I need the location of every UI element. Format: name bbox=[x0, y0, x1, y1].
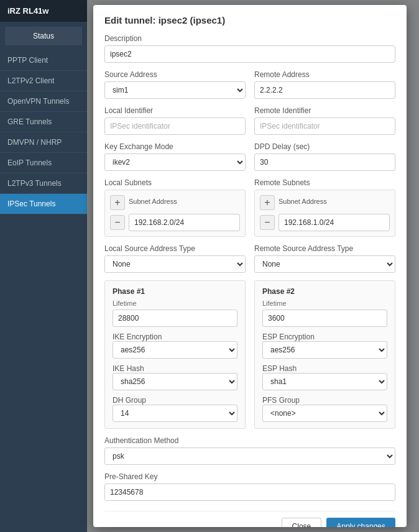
description-input[interactable] bbox=[104, 45, 395, 63]
pfs-group-label: PFS Group bbox=[262, 396, 300, 405]
sidebar-item-ipsec-tunnels[interactable]: IPSec Tunnels bbox=[0, 194, 87, 214]
local-identifier-label: Local Identifier bbox=[104, 106, 246, 115]
sidebar-item-l2tpv2-client[interactable]: L2TPv2 Client bbox=[0, 71, 87, 91]
key-exchange-group: Key Exchange Mode ikev1 ikev2 bbox=[104, 142, 246, 171]
remote-identifier-input[interactable] bbox=[254, 117, 395, 135]
ike-encryption-select[interactable]: aes128 aes256 3des bbox=[113, 341, 237, 359]
sidebar-item-pptp-client[interactable]: PPTP Client bbox=[0, 50, 87, 71]
pfs-group-select[interactable]: <none> 1 2 5 14 bbox=[262, 405, 387, 422]
dpd-delay-input[interactable] bbox=[254, 154, 395, 171]
plus-icon: + bbox=[114, 198, 120, 208]
description-row: Description bbox=[104, 34, 395, 63]
close-button[interactable]: Close bbox=[282, 518, 322, 527]
remote-subnets-label: Remote Subnets bbox=[254, 178, 395, 187]
phase2-group: Phase #2 Lifetime ESP Encryption aes128 … bbox=[254, 280, 395, 429]
minus-icon: − bbox=[264, 218, 270, 227]
remote-address-label: Remote Address bbox=[254, 70, 395, 79]
status-button[interactable]: Status bbox=[5, 27, 82, 45]
sidebar: iRZ RL41w Status PPTP Client L2TPv2 Clie… bbox=[0, 0, 87, 532]
local-subnet-controls: + Subnet Address bbox=[110, 195, 240, 210]
sidebar-item-openvpn-tunnels[interactable]: OpenVPN Tunnels bbox=[0, 91, 87, 112]
plus-icon: + bbox=[264, 198, 270, 208]
auth-method-select[interactable]: psk certificate bbox=[104, 447, 395, 465]
psk-row: Pre-Shared Key bbox=[104, 472, 395, 501]
modal-title: Edit tunnel: ipsec2 (ipsec1) bbox=[104, 15, 395, 25]
address-row: Source Address sim1 sim2 eth0 Remote Add… bbox=[104, 70, 395, 99]
sidebar-item-eoip-tunnels[interactable]: EoIP Tunnels bbox=[0, 153, 87, 173]
remote-source-type-select[interactable]: None Manual Automatic bbox=[254, 255, 395, 273]
phases-row: Phase #1 Lifetime IKE Encryption aes128 … bbox=[104, 280, 395, 429]
local-subnet-add-button[interactable]: + bbox=[110, 195, 125, 210]
esp-encryption-label: ESP Encryption bbox=[262, 332, 315, 341]
remote-subnet-add-button[interactable]: + bbox=[260, 195, 275, 210]
remote-subnet-address-label: Subnet Address bbox=[279, 198, 327, 205]
minus-icon: − bbox=[114, 218, 120, 227]
psk-input[interactable] bbox=[104, 484, 395, 501]
phase2-title: Phase #2 bbox=[262, 287, 387, 296]
identifier-row: Local Identifier Remote Identifier bbox=[104, 106, 395, 135]
main-area: Edit tunnel: ipsec2 (ipsec1) Description… bbox=[87, 0, 419, 532]
remote-subnet-input[interactable] bbox=[279, 214, 390, 231]
esp-hash-select[interactable]: md5 sha1 sha256 sha512 bbox=[262, 373, 387, 390]
dh-group-select[interactable]: 1 2 5 14 15 16 bbox=[113, 405, 237, 422]
phase1-group: Phase #1 Lifetime IKE Encryption aes128 … bbox=[104, 280, 246, 429]
phase1-title: Phase #1 bbox=[113, 287, 237, 296]
remote-subnets-group: Remote Subnets + Subnet Address − bbox=[254, 178, 395, 237]
local-source-type-group: Local Source Address Type None Manual Au… bbox=[104, 244, 246, 273]
sidebar-item-gre-tunnels[interactable]: GRE Tunnels bbox=[0, 112, 87, 132]
local-subnets-label: Local Subnets bbox=[104, 178, 246, 187]
phase1-box: Phase #1 Lifetime IKE Encryption aes128 … bbox=[104, 280, 246, 429]
phase2-box: Phase #2 Lifetime ESP Encryption aes128 … bbox=[254, 280, 395, 429]
remote-source-type-group: Remote Source Address Type None Manual A… bbox=[254, 244, 395, 273]
auth-method-group: Authentication Method psk certificate bbox=[104, 436, 395, 465]
subnets-row: Local Subnets + Subnet Address − bbox=[104, 178, 395, 237]
esp-hash-label: ESP Hash bbox=[262, 364, 297, 373]
dh-group-label: DH Group bbox=[113, 396, 146, 405]
ike-hash-label: IKE Hash bbox=[113, 364, 144, 373]
phase1-lifetime-label: Lifetime bbox=[113, 300, 237, 307]
remote-address-group: Remote Address bbox=[254, 70, 395, 99]
apply-changes-button[interactable]: Apply changes bbox=[326, 518, 395, 527]
source-address-label: Source Address bbox=[104, 70, 246, 79]
description-group: Description bbox=[104, 34, 395, 63]
remote-subnets-section: + Subnet Address − bbox=[254, 190, 395, 237]
dpd-delay-label: DPD Delay (sec) bbox=[254, 142, 395, 151]
esp-encryption-select[interactable]: aes128 aes256 3des bbox=[262, 341, 387, 359]
remote-subnet-controls: + Subnet Address bbox=[260, 195, 390, 210]
ike-hash-select[interactable]: md5 sha1 sha256 sha512 bbox=[113, 373, 237, 390]
local-identifier-input[interactable] bbox=[104, 117, 246, 135]
source-address-select[interactable]: sim1 sim2 eth0 bbox=[104, 81, 246, 99]
remote-address-input[interactable] bbox=[254, 81, 395, 99]
local-subnet-row: − bbox=[110, 214, 240, 231]
local-subnet-input[interactable] bbox=[129, 214, 240, 231]
phase2-lifetime-input[interactable] bbox=[262, 310, 387, 327]
sidebar-item-l2tpv3-tunnels[interactable]: L2TPv3 Tunnels bbox=[0, 173, 87, 194]
source-address-group: Source Address sim1 sim2 eth0 bbox=[104, 70, 246, 99]
local-subnet-address-label: Subnet Address bbox=[129, 198, 177, 205]
remote-identifier-label: Remote Identifier bbox=[254, 106, 395, 115]
local-identifier-group: Local Identifier bbox=[104, 106, 246, 135]
edit-tunnel-modal: Edit tunnel: ipsec2 (ipsec1) Description… bbox=[93, 5, 407, 527]
local-subnets-group: Local Subnets + Subnet Address − bbox=[104, 178, 246, 237]
key-exchange-select[interactable]: ikev1 ikev2 bbox=[104, 154, 246, 171]
auth-method-label: Authentication Method bbox=[104, 436, 395, 445]
local-subnet-remove-button[interactable]: − bbox=[110, 215, 125, 230]
source-type-row: Local Source Address Type None Manual Au… bbox=[104, 244, 395, 273]
ike-encryption-label: IKE Encryption bbox=[113, 332, 162, 341]
remote-subnet-remove-button[interactable]: − bbox=[260, 215, 275, 230]
dpd-delay-group: DPD Delay (sec) bbox=[254, 142, 395, 171]
local-source-type-label: Local Source Address Type bbox=[104, 244, 246, 253]
phase2-lifetime-label: Lifetime bbox=[262, 300, 387, 307]
sidebar-item-dmvpn-nhrp[interactable]: DMVPN / NHRP bbox=[0, 132, 87, 153]
auth-method-row: Authentication Method psk certificate bbox=[104, 436, 395, 465]
exchange-row: Key Exchange Mode ikev1 ikev2 DPD Delay … bbox=[104, 142, 395, 171]
app-title: iRZ RL41w bbox=[0, 0, 87, 22]
modal-footer: Close Apply changes bbox=[104, 511, 395, 527]
phase1-lifetime-input[interactable] bbox=[113, 310, 237, 327]
psk-label: Pre-Shared Key bbox=[104, 472, 395, 481]
remote-subnet-row: − bbox=[260, 214, 390, 231]
description-label: Description bbox=[104, 34, 395, 43]
remote-source-type-label: Remote Source Address Type bbox=[254, 244, 395, 253]
local-subnets-section: + Subnet Address − bbox=[104, 190, 246, 237]
local-source-type-select[interactable]: None Manual Automatic bbox=[104, 255, 246, 273]
